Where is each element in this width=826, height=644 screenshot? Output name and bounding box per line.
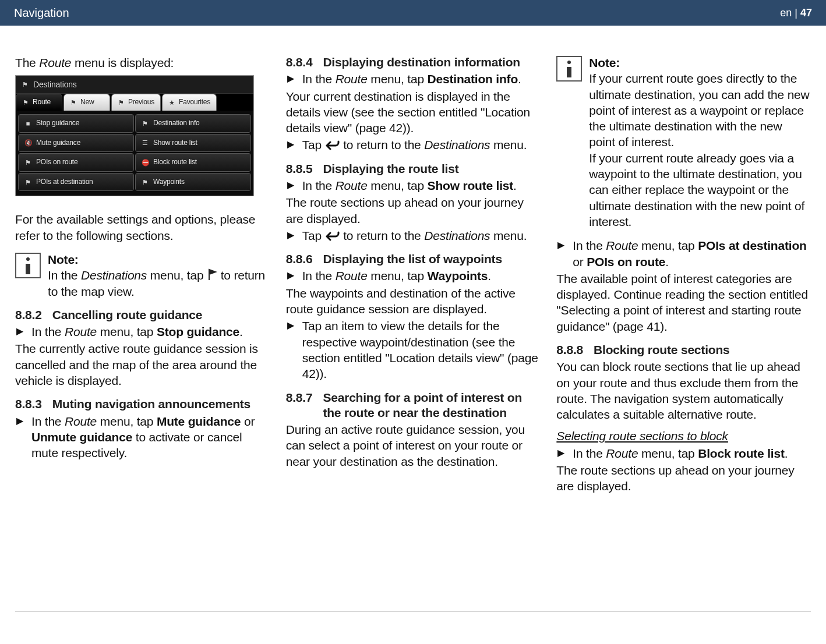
map-return-icon: [207, 268, 217, 281]
text: menu, tap: [147, 268, 207, 282]
flag-icon: ⚑: [22, 81, 29, 88]
btn-stop-guidance[interactable]: ■Stop guidance: [18, 114, 134, 133]
text: .: [513, 179, 517, 192]
tab-label: Favourites: [179, 98, 210, 107]
text: menu, tap: [97, 415, 157, 428]
heading-8-8-3: 8.8.3 Muting navigation announcements: [15, 397, 270, 412]
section-title: Displaying destination information: [323, 55, 540, 70]
section-number: 8.8.4: [286, 55, 313, 70]
action-bold: POIs at destination: [698, 239, 806, 252]
mute-icon: 🔇: [24, 139, 31, 146]
para-8-8-4: Your current destination is displayed in…: [286, 89, 541, 136]
text: In the: [573, 239, 606, 252]
route-italic: Route: [606, 447, 638, 460]
note-text: In the Destinations menu, tap to return …: [48, 267, 270, 299]
text: .: [785, 447, 788, 460]
header-lang: en |: [780, 7, 800, 19]
route-italic: Route: [65, 415, 97, 428]
heading-8-8-5: 8.8.5 Displaying the route list: [286, 161, 541, 176]
section-number: 8.8.7: [286, 390, 313, 421]
section-number: 8.8.8: [556, 342, 583, 358]
text: The: [15, 56, 39, 69]
section-title: Muting navigation announcements: [52, 397, 270, 412]
text: .: [239, 325, 243, 338]
tab-label: New: [80, 98, 94, 107]
column-2: 8.8.4 Displaying destination information…: [286, 55, 541, 494]
btn-pois-on-route[interactable]: ⚑POIs on route: [18, 153, 134, 172]
action-bold: Show route list: [428, 179, 514, 192]
info-icon: [556, 56, 582, 82]
route-italic: Route: [336, 179, 368, 192]
text: menu, tap: [368, 179, 428, 192]
poi-icon: ⚑: [24, 159, 31, 166]
action-bold: POIs on route: [587, 255, 665, 268]
text: menu is displayed:: [71, 56, 174, 69]
device-menu-grid: ■Stop guidance ⚑Destination info 🔇Mute g…: [16, 111, 253, 196]
para-8-8-8: You can block route sections that lie up…: [556, 359, 811, 422]
tab-previous[interactable]: ⚑Previous: [111, 94, 161, 111]
tab-label: Route: [33, 98, 51, 107]
note-block-1: Note: In the Destinations menu, tap to r…: [15, 252, 270, 299]
btn-mute-guidance[interactable]: 🔇Mute guidance: [18, 134, 134, 153]
text: menu, tap: [638, 239, 698, 252]
page-header: Navigation en | 47: [0, 0, 826, 26]
footer-rule: [15, 611, 811, 611]
header-right: en | 47: [780, 7, 812, 19]
text: In the: [302, 72, 336, 86]
btn-label: POIs on route: [36, 158, 77, 167]
note-title: Note:: [48, 252, 270, 267]
intro-line: The Route menu is displayed:: [15, 55, 270, 70]
route-menu-screenshot: ⚑ Destinations ⚑Route ⚑New ⚑Previous ★Fa…: [15, 75, 254, 196]
text: menu, tap: [368, 269, 428, 282]
para-block-sections: The route sections up ahead on your jour…: [556, 462, 811, 494]
text: menu, tap: [97, 325, 157, 338]
step-return-885: ▶ Tap to return to the Destinations menu…: [286, 228, 541, 243]
heading-8-8-7: 8.8.7 Searching for a point of interest …: [286, 390, 541, 421]
heading-8-8-8: 8.8.8 Blocking route sections: [556, 342, 811, 358]
tab-favourites[interactable]: ★Favourites: [162, 94, 217, 111]
text: In the: [31, 415, 65, 428]
step-return-884: ▶ Tap to return to the Destinations menu…: [286, 137, 541, 153]
info-icon: [15, 253, 41, 278]
destinations-italic: Destinations: [424, 138, 490, 151]
btn-show-route-list[interactable]: ☰Show route list: [135, 134, 251, 153]
btn-label: Mute guidance: [36, 139, 80, 148]
favourites-icon: ★: [168, 99, 175, 106]
route-italic: Route: [39, 56, 71, 69]
para-pois: The available point of interest categori…: [556, 271, 811, 334]
new-icon: ⚑: [70, 99, 77, 106]
text: menu, tap: [638, 447, 698, 460]
bullet-icon: ▶: [556, 238, 567, 270]
btn-block-route-list[interactable]: ⛔Block route list: [135, 153, 251, 172]
text: Tap: [302, 138, 325, 151]
action-bold: Block route list: [698, 447, 785, 460]
bullet-icon: ▶: [15, 324, 26, 339]
stop-icon: ■: [24, 120, 31, 127]
action-bold: Waypoints: [428, 269, 488, 282]
step-stop-guidance: ▶ In the Route menu, tap Stop guidance.: [15, 324, 270, 339]
tab-new[interactable]: ⚑New: [63, 94, 110, 111]
section-title: Cancelling route guidance: [52, 307, 270, 323]
para-8-8-7: During an active route guidance session,…: [286, 422, 541, 469]
header-page-number: 47: [800, 7, 812, 19]
bullet-icon: ▶: [286, 71, 296, 87]
step-destination-info: ▶ In the Route menu, tap Destination inf…: [286, 71, 541, 87]
text: .: [518, 72, 521, 86]
tab-route[interactable]: ⚑Route: [16, 94, 62, 111]
route-italic: Route: [336, 269, 368, 282]
text: In the: [302, 269, 336, 282]
bullet-icon: ▶: [286, 228, 296, 243]
btn-label: Destination info: [153, 119, 200, 128]
block-icon: ⛔: [142, 159, 149, 166]
step-show-route-list: ▶ In the Route menu, tap Show route list…: [286, 178, 541, 193]
btn-pois-at-destination[interactable]: ⚑POIs at destination: [18, 173, 134, 192]
section-title: Blocking route sections: [594, 342, 811, 358]
column-1: The Route menu is displayed: ⚑ Destinati…: [15, 55, 270, 494]
btn-waypoints[interactable]: ⚑Waypoints: [135, 173, 251, 192]
after-device-text: For the available settings and options, …: [15, 211, 270, 243]
btn-destination-info[interactable]: ⚑Destination info: [135, 114, 251, 133]
subheading-selecting-block: Selecting route sections to block: [556, 428, 811, 444]
note-text: If your current route goes directly to t…: [589, 70, 811, 229]
waypoint-icon: ⚑: [142, 179, 149, 186]
text: Tap an item to view the details for the …: [302, 318, 541, 381]
